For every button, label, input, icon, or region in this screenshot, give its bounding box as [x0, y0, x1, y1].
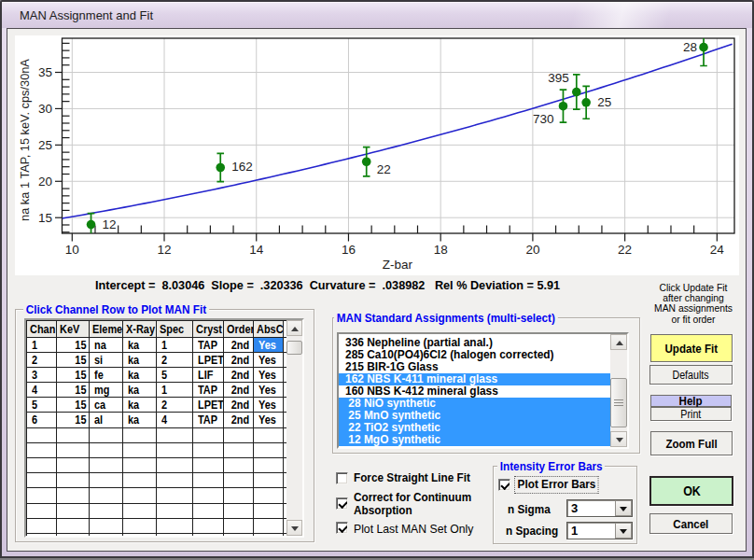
grid-cell[interactable]: [224, 458, 254, 472]
grid-cell[interactable]: [157, 534, 192, 536]
grid-cell[interactable]: [224, 504, 254, 518]
grid-cell[interactable]: TAP: [193, 338, 224, 352]
correct-continuum-checkbox[interactable]: [336, 497, 348, 510]
grid-cell[interactable]: [254, 473, 285, 487]
grid-cell[interactable]: [157, 504, 192, 518]
standards-listbox[interactable]: 336 Nepheline (partial anal.)285 Ca10(PO…: [337, 332, 629, 449]
grid-cell[interactable]: [57, 473, 90, 487]
grid-cell[interactable]: [193, 428, 224, 442]
grid-cell[interactable]: [123, 488, 157, 502]
grid-cell[interactable]: [157, 473, 192, 487]
grid-row[interactable]: [26, 473, 286, 488]
scroll-down-button[interactable]: [286, 520, 302, 536]
grid-row[interactable]: 315feka5LIF2ndYes: [26, 368, 286, 383]
grid-cell[interactable]: [123, 443, 157, 457]
grid-row[interactable]: [26, 443, 286, 458]
grid-cell[interactable]: fe: [90, 368, 123, 382]
grid-row[interactable]: [26, 519, 286, 534]
grid-cell[interactable]: [57, 458, 90, 472]
grid-cell[interactable]: [157, 443, 192, 457]
grid-cell[interactable]: 2nd: [224, 368, 254, 382]
grid-cell[interactable]: Yes: [254, 383, 285, 397]
grid-cell[interactable]: [57, 443, 90, 457]
grid-row[interactable]: 215sika2LPET2ndYes: [26, 353, 286, 368]
grid-row[interactable]: [26, 458, 286, 473]
grid-cell[interactable]: [157, 428, 192, 442]
channel-grid-cells[interactable]: ChanKeVElementX-RaySpecCrystOrderAbsCor1…: [26, 320, 286, 536]
grid-cell[interactable]: [123, 458, 157, 472]
grid-row[interactable]: 515caka2LPET2ndYes: [26, 398, 286, 413]
grid-cell[interactable]: 2nd: [224, 353, 254, 367]
grid-cell[interactable]: [157, 458, 192, 472]
grid-cell[interactable]: [26, 443, 57, 457]
grid-cell[interactable]: [57, 534, 90, 536]
grid-cell[interactable]: [90, 458, 123, 472]
grid-cell[interactable]: [157, 488, 192, 502]
grid-cell[interactable]: Yes: [254, 398, 285, 412]
grid-cell[interactable]: [90, 534, 123, 536]
grid-cell[interactable]: [57, 519, 90, 533]
zoom-full-button[interactable]: Zoom Full: [650, 431, 733, 455]
correct-continuum-label[interactable]: Correct for Continuum Absorption: [354, 491, 510, 516]
grid-cell[interactable]: ka: [123, 383, 157, 397]
grid-cell[interactable]: [90, 428, 123, 442]
grid-cell[interactable]: 1: [157, 338, 192, 352]
grid-cell[interactable]: Yes: [254, 413, 285, 427]
force-straight-checkbox[interactable]: [336, 472, 348, 484]
dropdown-arrow-icon[interactable]: [615, 500, 632, 516]
plot-last-checkbox[interactable]: [336, 522, 348, 534]
grid-cell[interactable]: al: [90, 413, 123, 427]
grid-cell[interactable]: [224, 519, 254, 533]
grid-cell[interactable]: Yes: [254, 338, 285, 352]
scroll-down-button[interactable]: [610, 431, 627, 447]
scroll-up-button[interactable]: [610, 334, 627, 350]
grid-cell[interactable]: na: [90, 338, 123, 352]
grid-cell[interactable]: 2: [157, 398, 192, 412]
grid-cell[interactable]: 5: [26, 398, 57, 412]
grid-cell[interactable]: [193, 519, 224, 533]
grid-cell[interactable]: [224, 534, 254, 536]
grid-cell[interactable]: [157, 519, 192, 533]
grid-cell[interactable]: ka: [123, 413, 157, 427]
grid-cell[interactable]: [254, 519, 285, 533]
grid-cell[interactable]: ka: [123, 353, 157, 367]
grid-cell[interactable]: 15: [57, 368, 90, 382]
grid-cell[interactable]: [193, 458, 224, 472]
ok-button[interactable]: OK: [649, 476, 733, 506]
grid-cell[interactable]: 6: [26, 413, 57, 427]
grid-cell[interactable]: [26, 534, 57, 536]
plot-error-bars-checkbox[interactable]: [498, 479, 510, 491]
standards-items[interactable]: 336 Nepheline (partial anal.)285 Ca10(PO…: [339, 337, 627, 446]
grid-cell[interactable]: 15: [57, 353, 90, 367]
grid-cell[interactable]: [193, 473, 224, 487]
grid-cell[interactable]: [26, 473, 57, 487]
grid-row[interactable]: [26, 504, 286, 519]
help-button[interactable]: Help: [650, 395, 732, 407]
grid-cell[interactable]: LPET: [193, 353, 224, 367]
grid-cell[interactable]: 2nd: [224, 398, 254, 412]
grid-cell[interactable]: [90, 488, 123, 502]
force-straight-label[interactable]: Force Straight Line Fit: [354, 471, 470, 484]
grid-cell[interactable]: [123, 504, 157, 518]
grid-cell[interactable]: ka: [123, 368, 157, 382]
grid-cell[interactable]: [90, 504, 123, 518]
standards-list-item[interactable]: 12 MgO synthetic: [339, 434, 610, 446]
grid-cell[interactable]: [90, 473, 123, 487]
grid-cell[interactable]: 5: [157, 368, 192, 382]
grid-cell[interactable]: 15: [57, 413, 90, 427]
grid-cell[interactable]: [254, 458, 285, 472]
grid-cell[interactable]: [254, 504, 285, 518]
grid-cell[interactable]: 15: [57, 338, 90, 352]
grid-cell[interactable]: [123, 519, 157, 533]
plot-error-bars-label[interactable]: Plot Error Bars: [514, 476, 599, 494]
grid-cell[interactable]: [90, 519, 123, 533]
grid-cell[interactable]: Yes: [254, 353, 285, 367]
update-fit-button[interactable]: Update Fit: [650, 334, 733, 362]
grid-cell[interactable]: 15: [57, 383, 90, 397]
grid-row[interactable]: [26, 488, 286, 503]
grid-cell[interactable]: [224, 488, 254, 502]
n-sigma-combobox[interactable]: 3: [566, 499, 633, 517]
grid-cell[interactable]: 4: [26, 383, 57, 397]
grid-cell[interactable]: [26, 458, 57, 472]
grid-cell[interactable]: [26, 488, 57, 502]
